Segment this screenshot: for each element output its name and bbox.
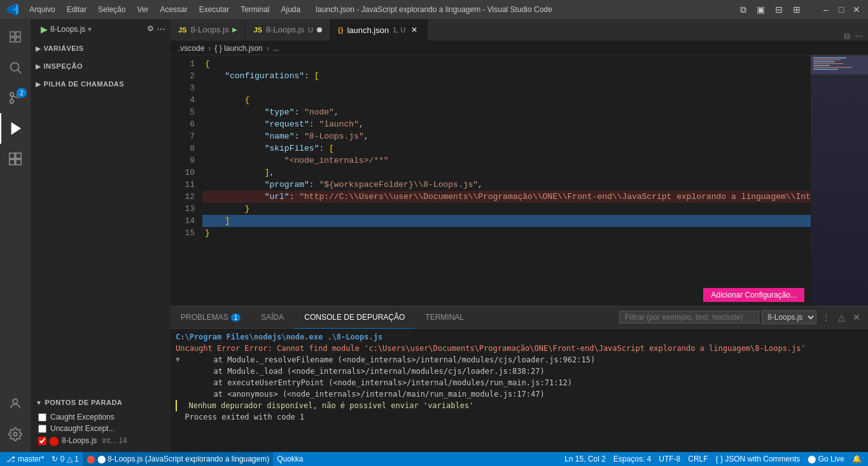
tab-icon-js1: JS <box>178 26 186 34</box>
caught-exceptions-checkbox[interactable] <box>38 413 46 421</box>
variables-section: ▶ VARIÁVEIS <box>31 39 171 57</box>
tab-problems[interactable]: PROBLEMAS 1 <box>171 306 251 329</box>
console-line-exit: Process exited with code 1 <box>176 411 863 423</box>
breakpoint-file-checkbox[interactable] <box>38 437 46 445</box>
code-line-7: "name": "8-Loops.js", <box>202 130 811 142</box>
activity-search[interactable] <box>0 52 31 83</box>
tab-output[interactable]: SAÍDA <box>251 306 294 329</box>
inspect-header[interactable]: ▶ INSPEÇÃO <box>31 60 171 72</box>
variables-header[interactable]: ▶ VARIÁVEIS <box>31 42 171 55</box>
window-close-button[interactable]: ✕ <box>851 4 862 15</box>
settings-icon[interactable]: ⚙ <box>147 24 154 34</box>
bell-icon: 🔔 <box>852 455 862 463</box>
activity-account[interactable] <box>0 388 31 419</box>
activity-extensions[interactable] <box>0 144 31 174</box>
menu-ajuda[interactable]: Ajuda <box>276 4 306 15</box>
status-spaces[interactable]: Espaços: 4 <box>610 452 655 466</box>
menu-acessar[interactable]: Acessar <box>155 4 192 15</box>
breakpoints-section: ▼ PONTOS DE PARADA Caught Exceptions Unc… <box>31 394 171 452</box>
code-line-12: "url": "http://C:\\Users\\user\\Document… <box>202 191 811 203</box>
activity-explorer[interactable] <box>0 22 31 52</box>
quokka-label: Quokka <box>277 455 303 463</box>
debug-console-label: CONSOLE DE DEPURAÇÃO <box>304 313 405 322</box>
layout-icon-2[interactable]: ▣ <box>754 4 767 15</box>
add-configuration-button[interactable]: Adicionar Configuração... <box>703 288 804 302</box>
breadcrumb-ellipsis[interactable]: ... <box>273 44 279 53</box>
status-notifications[interactable]: 🔔 <box>848 452 865 466</box>
chevron-down-icon[interactable]: ▾ <box>88 25 92 34</box>
caught-exceptions-label: Caught Exceptions <box>50 413 115 421</box>
status-debug-indicator[interactable]: ⬤ ⬤ 8-Loops.js (JavaScript explorando a … <box>83 452 273 466</box>
breakpoint-caught: Caught Exceptions <box>36 411 165 423</box>
menu-editar[interactable]: Editar <box>62 4 92 15</box>
svg-point-15 <box>13 432 17 436</box>
tab-launch-json[interactable]: {} launch.json 1, U ✕ <box>330 19 428 41</box>
code-line-4: { <box>202 94 811 106</box>
menu-arquivo[interactable]: Arquivo <box>24 4 60 15</box>
more-options-icon[interactable]: ⋯ <box>157 24 165 34</box>
console-line-stack1: at Module._resolveFilename (<node_intern… <box>183 354 863 366</box>
panel-filter-input[interactable] <box>619 311 759 324</box>
svg-line-5 <box>18 70 21 73</box>
tab-debug-console[interactable]: CONSOLE DE DEPURAÇÃO <box>294 306 415 329</box>
status-golive[interactable]: ⬤ Go Live <box>804 452 848 466</box>
activity-source-control[interactable]: 2 <box>0 83 31 113</box>
breakpoint-file-name: 8-Loops.js <box>62 436 97 445</box>
split-editor-icon[interactable]: ⊟ <box>844 32 850 41</box>
window-minimize-button[interactable]: – <box>821 4 831 15</box>
main-layout: 2 <box>0 19 868 452</box>
layout-icon-4[interactable]: ⊞ <box>790 4 803 15</box>
layout-icon-3[interactable]: ⊟ <box>773 4 785 15</box>
panel-close-icon[interactable]: ✕ <box>850 311 863 324</box>
console-collapse-icon[interactable]: ▼ <box>176 354 180 364</box>
menu-selecao[interactable]: Seleção <box>93 4 130 15</box>
status-encoding[interactable]: UTF-8 <box>655 452 684 466</box>
tab-close-button[interactable]: ✕ <box>409 25 419 35</box>
activity-settings[interactable] <box>0 419 31 449</box>
status-language[interactable]: { } JSON with Comments <box>712 452 804 466</box>
code-line-11: "program": "${workspaceFolder}\\8-Loops.… <box>202 179 811 191</box>
breakpoint-file-detail: int... 14 <box>102 436 127 445</box>
code-content[interactable]: { "configurations": [ { "type": "node", … <box>202 55 811 306</box>
more-editor-icon[interactable]: ⋯ <box>855 32 863 41</box>
code-editor[interactable]: 12345 678910 1112131415 { "configuration… <box>171 55 868 306</box>
code-line-3 <box>202 82 811 94</box>
status-line-ending[interactable]: CRLF <box>684 452 711 466</box>
breakpoints-header[interactable]: ▼ PONTOS DE PARADA <box>31 396 171 409</box>
svg-point-4 <box>11 63 19 71</box>
debug-dot-icon: ⬤ <box>87 455 95 463</box>
breadcrumb-vscode[interactable]: .vscode <box>178 44 204 53</box>
status-quokka[interactable]: Quokka <box>273 452 307 466</box>
panel-more-icon[interactable]: ⋮ <box>819 311 833 324</box>
callstack-header[interactable]: ▶ PILHA DE CHAMADAS <box>31 78 171 90</box>
breakpoints-label: PONTOS DE PARADA <box>45 399 122 406</box>
debug-file-tab[interactable]: ▶ 8-Loops.js ▾ <box>36 22 97 37</box>
tab-terminal[interactable]: TERMINAL <box>415 306 474 329</box>
status-position[interactable]: Ln 15, Col 2 <box>561 452 610 466</box>
console-collapse-row: ▼ at Module._resolveFilename (<node_inte… <box>176 354 863 400</box>
console-source-selector[interactable]: 8-Loops.js <box>762 310 816 324</box>
menu-terminal[interactable]: Terminal <box>235 4 274 15</box>
panel-maximize-icon[interactable]: △ <box>836 311 848 324</box>
breadcrumb-launch-json[interactable]: { } launch.json <box>214 44 262 53</box>
breakpoint-uncaught: Uncaught Except... <box>36 423 165 434</box>
inspect-label: INSPEÇÃO <box>44 62 83 70</box>
vscode-logo <box>6 3 19 16</box>
activity-debug[interactable] <box>0 113 31 144</box>
position-label: Ln 15, Col 2 <box>564 455 606 463</box>
uncaught-exceptions-checkbox[interactable] <box>38 425 46 433</box>
code-line-1: { <box>202 58 811 70</box>
window-maximize-button[interactable]: □ <box>836 4 846 15</box>
status-branch[interactable]: ⎇ master* <box>3 452 48 466</box>
tab-8loops-run[interactable]: JS 8-Loops.js ▶ <box>171 19 246 41</box>
menu-executar[interactable]: Executar <box>194 4 234 15</box>
menu-ver[interactable]: Ver <box>132 4 153 15</box>
code-line-15: } <box>202 227 811 239</box>
tab-8loops-edit[interactable]: JS 8-Loops.js U <box>246 19 330 41</box>
layout-icon-1[interactable]: ⧉ <box>738 4 749 15</box>
svg-rect-2 <box>10 38 15 42</box>
status-sync[interactable]: ↻ 0 △ 1 <box>48 452 82 466</box>
callstack-label: PILHA DE CHAMADAS <box>44 80 125 88</box>
code-line-14: ] <box>202 215 811 227</box>
golive-label: ⬤ Go Live <box>808 455 844 463</box>
